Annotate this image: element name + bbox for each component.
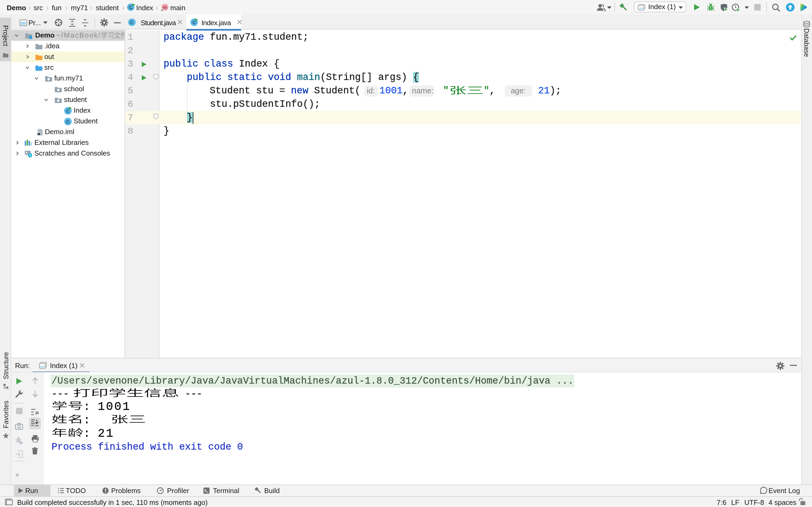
svg-text:C: C (66, 119, 69, 124)
svg-text:m: m (163, 5, 167, 10)
svg-text:C: C (129, 5, 133, 10)
svg-text:C: C (130, 20, 134, 25)
